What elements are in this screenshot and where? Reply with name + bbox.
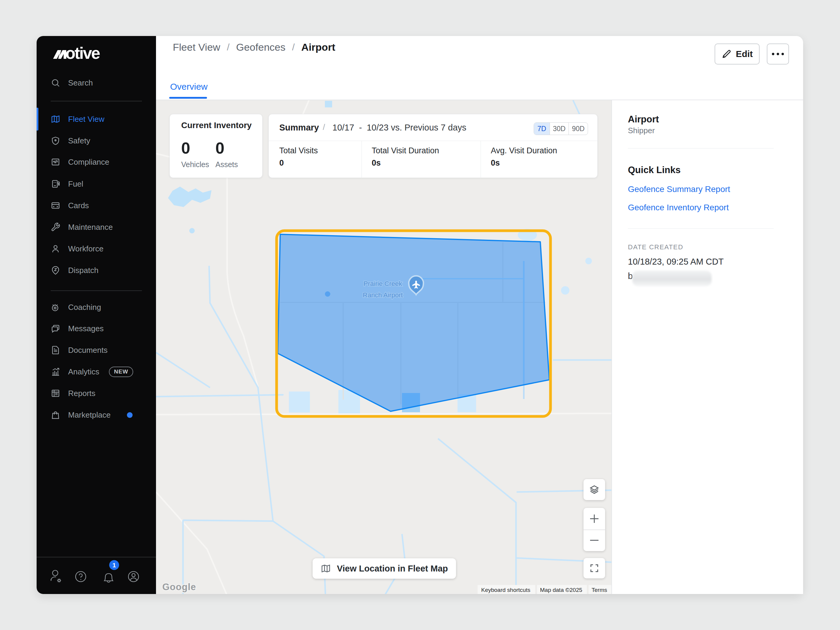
svg-text:Map data ©2025: Map data ©2025 [540,587,582,593]
svg-text:otive: otive [65,46,100,61]
svg-text:Google: Google [162,582,196,592]
svg-text:Terms: Terms [592,587,607,593]
svg-text:Prairie Creek: Prairie Creek [363,280,402,287]
svg-text:Keyboard shortcuts: Keyboard shortcuts [481,587,531,593]
svg-text:Ranch Airport: Ranch Airport [363,291,403,299]
